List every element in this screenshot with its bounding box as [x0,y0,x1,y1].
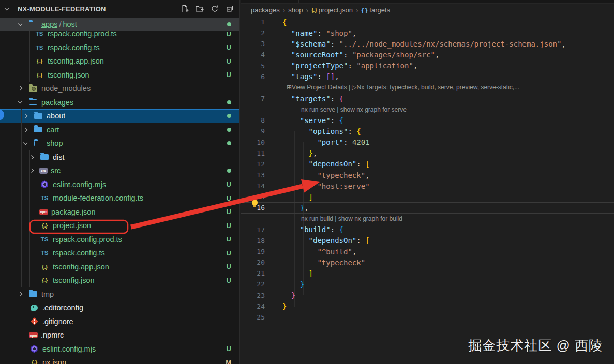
vscode-window: NX-MODULE-FEDERATION [0,0,614,364]
code-line-20: 20 "typecheck" [241,257,614,268]
tree-row-tsconfig.app.json[interactable]: {..}tsconfig.app.jsonU [0,54,239,68]
tree-row-rspack.config.ts[interactable]: TSrspack.config.tsU [0,41,239,55]
tree-row-.editorconfig[interactable]: .editorconfig [0,301,239,315]
tree-row-dist[interactable]: dist [0,150,239,164]
line-number[interactable]: 1 [241,18,265,26]
line-number[interactable]: 16 [241,204,265,211]
code-text: } [282,291,295,299]
line-number[interactable]: 18 [241,237,265,245]
file-tree: apps/host TSrspack.config.prod.tsUTSrspa… [0,18,239,364]
line-number[interactable]: 17 [241,226,265,234]
line-number[interactable]: 9 [241,127,265,135]
code-line-2: 2 "name": "shop", [241,27,614,38]
chevron-right-icon[interactable] [30,169,39,172]
line-number[interactable]: 11 [241,149,265,157]
tree-row-tmp[interactable]: tmp [0,287,239,301]
codelens-link[interactable]: nx run build | show nx graph for build [301,215,402,222]
tree-row-about[interactable]: about [0,109,239,123]
json-icon: {..} [39,264,50,270]
indent-guide [29,27,30,82]
tree-row-.gitignore[interactable]: .gitignore [0,315,239,329]
git-status-badge: U [227,249,231,257]
chevron-right-icon[interactable] [19,293,28,296]
line-number[interactable]: 3 [241,40,265,48]
line-number[interactable]: 8 [241,116,265,124]
git-changes-dot [227,100,231,104]
tree-row-package.json[interactable]: npmpackage.jsonU [0,205,239,219]
code-line-15: 15 ] [241,191,614,202]
npm-icon: npm [29,332,38,338]
new-folder-icon [196,5,204,13]
tree-row-rspack.config.prod.ts[interactable]: TSrspack.config.prod.tsU [0,233,239,247]
tree-row-nx.json[interactable]: {..}nx.jsonM [0,356,239,364]
line-number[interactable]: 19 [241,248,265,255]
refresh-button[interactable] [210,4,219,13]
ts-icon: TS [34,44,44,51]
line-number[interactable]: 24 [241,302,265,310]
line-number[interactable]: 25 [241,313,265,321]
breadcrumb: packages›shop›{..}project.json›{ }target… [241,4,614,17]
chevron-right-icon[interactable] [24,128,33,131]
tree-row-shop[interactable]: shop [0,136,239,150]
tree-row-src[interactable]: </>src [0,164,239,178]
breadcrumb-item-targets[interactable]: targets [369,6,390,14]
path-separator: / [57,20,63,28]
codelens-row: nx run serve | show nx graph for serve [241,104,614,115]
line-number[interactable]: 10 [241,139,265,146]
chevron-right-icon[interactable] [24,114,33,117]
folder-label: apps [41,20,57,28]
tree-row-project.json[interactable]: {..}project.jsonU [0,219,239,233]
chevron-right-icon[interactable] [30,156,39,159]
breadcrumb-item-project.json[interactable]: project.json [319,6,353,14]
tree-row-tsconfig.json[interactable]: {..}tsconfig.jsonU [0,68,239,82]
file-label: tsconfig.json [53,276,95,284]
collapse-all-button[interactable] [225,4,234,13]
code-text: "build": { [282,225,343,234]
line-number[interactable]: 12 [241,160,265,168]
breadcrumb-item-packages[interactable]: packages [251,6,280,14]
line-number[interactable]: 4 [241,51,265,58]
new-folder-button[interactable] [195,4,204,13]
lightbulb-icon[interactable] [252,200,258,205]
tree-row-module-federation.config.ts[interactable]: TSmodule-federation.config.tsU [0,191,239,205]
tree-row-rspack.config.ts[interactable]: TSrspack.config.tsU [0,246,239,260]
line-number[interactable]: 20 [241,259,265,266]
json-icon: {..} [311,7,316,13]
line-number[interactable]: 23 [241,292,265,299]
codelens-link[interactable]: nx run serve | show nx graph for serve [301,106,407,113]
chevron-down-icon[interactable] [24,143,33,144]
tree-row-node_modules[interactable]: node_modules [0,82,239,96]
tree-row-.npmrc[interactable]: npm.npmrc [0,328,239,342]
code-line-4: 4 "sourceRoot": "packages/shop/src", [241,49,614,60]
sticky-folder-apps-host[interactable]: apps/host [0,18,239,31]
tree-row-cart[interactable]: cart [0,123,239,137]
folder-open-icon [28,22,38,27]
codelens-link[interactable]: ⊞View Project Details | ▷Nx Targets: typ… [287,84,519,91]
new-file-button[interactable] [180,4,189,13]
line-number[interactable]: 21 [241,269,265,277]
code-text: }, [282,204,309,212]
explorer-section-header[interactable]: NX-MODULE-FEDERATION [0,0,239,18]
line-number[interactable]: 14 [241,182,265,190]
code-text: "dependsOn": [ [282,236,370,245]
tab-strip [241,0,614,4]
line-number[interactable]: 22 [241,280,265,288]
tree-row-tsconfig.app.json[interactable]: {..}tsconfig.app.jsonU [0,260,239,274]
file-label: rspack.config.ts [48,43,100,52]
tree-row-tsconfig.json[interactable]: {..}tsconfig.jsonU [0,274,239,287]
file-label: tsconfig.app.json [53,263,109,271]
project-title: NX-MODULE-FEDERATION [18,5,180,13]
breadcrumb-item-shop[interactable]: shop [288,6,303,14]
line-number[interactable]: 7 [241,95,265,102]
tree-row-eslint.config.mjs[interactable]: eslint.config.mjsU [0,342,239,356]
line-number[interactable]: 5 [241,62,265,70]
chevron-down-icon[interactable] [19,101,28,103]
json-icon: {..} [29,359,39,364]
line-number[interactable]: 2 [241,29,265,37]
git-icon [29,318,39,324]
line-number[interactable]: 6 [241,73,265,81]
line-number[interactable]: 13 [241,171,265,179]
tree-row-eslint.config.mjs[interactable]: eslint.config.mjsU [0,178,239,192]
tree-row-packages[interactable]: packages [0,96,239,110]
chevron-right-icon[interactable] [19,87,28,90]
